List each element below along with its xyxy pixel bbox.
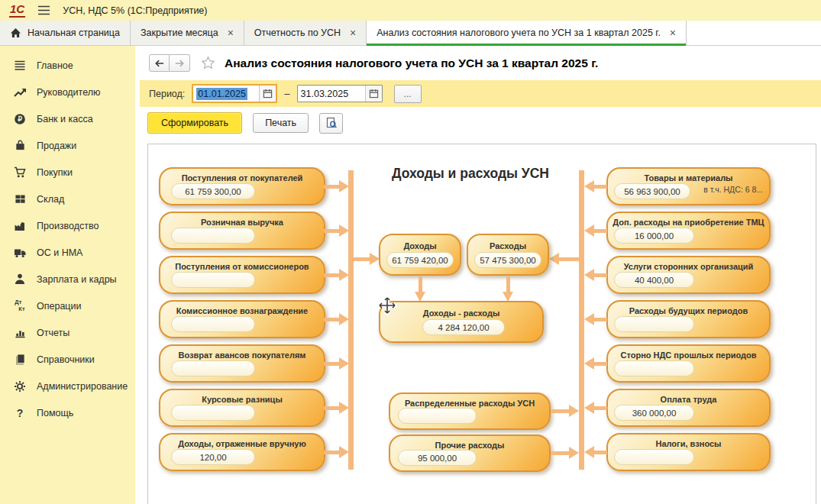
node-label: Доп. расходы на приобретение ТМЦ [608,213,769,227]
node-value: 57 475 300,00 [474,252,541,268]
sidebar-item-trend[interactable]: Руководителю [0,79,135,105]
print-preview-button[interactable] [319,113,343,134]
flow-arrow-shaft [594,273,607,277]
cart-icon [13,166,27,179]
flow-arrow-shaft [324,318,339,321]
flow-arrow-left-icon [549,253,559,265]
node-value [614,360,694,376]
flow-arrow-left-icon [584,313,594,325]
diagram-node[interactable]: Поступления от комиссионеров [159,256,325,294]
sidebar-item-gear[interactable]: Администрирование [0,373,135,399]
diagram-node[interactable]: Услуги сторонних организаций40 400,00 [606,256,771,294]
sidebar-item-bag[interactable]: Продажи [0,132,135,159]
diagram-node[interactable]: Доходы, отраженные вручную120,00 [159,433,325,471]
diagram-node[interactable]: Товары и материалы56 963 900,00в т.ч. НД… [606,167,771,205]
tab[interactable]: Анализ состояния налогового учета по УСН… [367,21,687,45]
back-button[interactable] [149,54,170,72]
node-value: 16 000,00 [614,228,694,244]
main-menu-icon[interactable] [37,5,50,15]
trend-icon [13,86,27,99]
period-from-field[interactable]: 01.01.2025 [192,84,277,103]
diagram-node[interactable]: Оплата труда360 000,00 [606,389,771,427]
tab-close-icon[interactable]: × [350,27,356,38]
favorite-star-icon[interactable] [201,56,215,70]
bag-icon [13,139,27,153]
period-more-button[interactable]: ... [394,85,422,103]
diagram-node[interactable]: Расходы57 475 300,00 [467,234,549,276]
sidebar-item-label: Главное [37,60,73,71]
diagram-node[interactable]: Возврат авансов покупателям [159,344,325,383]
node-value: 95 000,00 [398,450,477,466]
period-from-value: 01.01.2025 [196,88,247,100]
sidebar-item-label: Администрирование [37,381,128,392]
diagram-node[interactable]: Налоги, взносы [606,433,771,471]
tab-close-icon[interactable]: × [228,27,234,38]
diagram-node[interactable]: Поступления от покупателей61 759 300,00 [159,167,325,205]
node-label: Налоги, взносы [608,435,769,448]
flow-arrow-shaft [594,406,607,410]
tab-close-icon[interactable]: × [670,27,676,38]
forward-button[interactable] [170,54,190,72]
flow-arrow-left-icon [584,225,594,237]
period-to-input[interactable]: 31.03.2025 [298,86,365,102]
calendar-icon[interactable] [365,86,382,102]
node-value: 40 400,00 [614,272,694,288]
node-label: Поступления от комиссионеров [160,257,324,271]
node-label: Возврат авансов покупателям [160,346,324,360]
flow-arrow-shaft [559,257,580,261]
generate-button[interactable]: Сформировать [147,112,242,134]
diagram-node[interactable]: Расходы будущих периодов [606,300,771,338]
node-label: Оплата труда [608,390,769,404]
diagram-node[interactable]: Сторно НДС прошлых периодов [606,344,771,383]
sidebar-item-cart[interactable]: Покупки [0,159,135,186]
node-value: 4 284 120,00 [422,319,505,335]
tab[interactable]: Закрытие месяца× [131,21,244,45]
tab[interactable]: Начальная страница [0,21,131,45]
dtkt-icon: ДтКт [13,299,27,313]
flow-arrow-right-icon [569,447,579,459]
print-button[interactable]: Печать [253,113,309,133]
diagram-node[interactable]: Прочие расходы95 000,00 [389,435,551,472]
sidebar-item-grid[interactable]: Склад [0,186,135,212]
calendar-icon[interactable] [259,86,276,102]
sidebar-item-label: ОС и НМА [37,247,82,258]
diagram-node[interactable]: Доходы61 759 420,00 [379,234,461,276]
node-label: Комиссионное вознаграждение [160,302,324,315]
period-from-input[interactable]: 01.01.2025 [193,86,259,102]
node-label: Поступления от покупателей [160,169,324,183]
window-titlebar: 1С УСН, НДС 5% (1С:Предприятие) [0,0,821,21]
factory-icon [13,219,27,233]
tab[interactable]: Отчетность по УСН× [244,21,367,45]
node-label: Расходы [468,235,548,250]
sidebar-item-label: Покупки [37,167,73,178]
period-bar: Период: 01.01.2025 – 31.03.2025 ... [140,80,821,107]
sidebar-item-factory[interactable]: Производство [0,212,135,239]
sidebar-item-label: Помощь [37,408,73,418]
diagram-node[interactable]: Комиссионное вознаграждение [159,300,325,338]
period-to-field[interactable]: 31.03.2025 [297,85,383,102]
tab-label: Начальная страница [27,27,120,38]
sidebar-item-books[interactable]: Справочники [0,346,135,373]
diagram-node[interactable]: Доп. расходы на приобретение ТМЦ16 000,0… [606,212,771,250]
sidebar-item-dtkt[interactable]: ДтКтОперации [0,292,135,319]
sidebar-item-truck[interactable]: ОС и НМА [0,239,135,266]
flow-arrow-shaft [324,185,339,189]
sidebar-item-chart[interactable]: Отчеты [0,319,135,346]
sidebar-item-label: Склад [37,194,64,205]
node-label: Услуги сторонних организаций [608,257,769,271]
flow-arrow-shaft [551,409,569,413]
diagram-node[interactable]: Розничная выручка [159,212,325,250]
sidebar-item-ruble[interactable]: ₽Банк и касса [0,105,135,132]
tab-label: Отчетность по УСН [254,27,341,38]
sidebar-item-person[interactable]: Зарплата и кадры [0,266,135,292]
icon-glyph: ? [17,407,24,419]
diagram-node[interactable]: Курсовые разницы [159,389,325,427]
grid-icon [13,192,27,206]
diagram-node[interactable]: Распределенные расходы УСН [389,393,551,430]
icon-glyph: Кт [18,306,24,312]
sidebar-item-help[interactable]: ?Помощь [0,399,135,426]
diagram-node[interactable]: Доходы - расходы4 284 120,00 [379,301,544,343]
sidebar-item-label: Справочники [37,354,95,365]
sidebar-item-menu[interactable]: Главное [0,52,135,79]
flow-line [348,170,354,470]
